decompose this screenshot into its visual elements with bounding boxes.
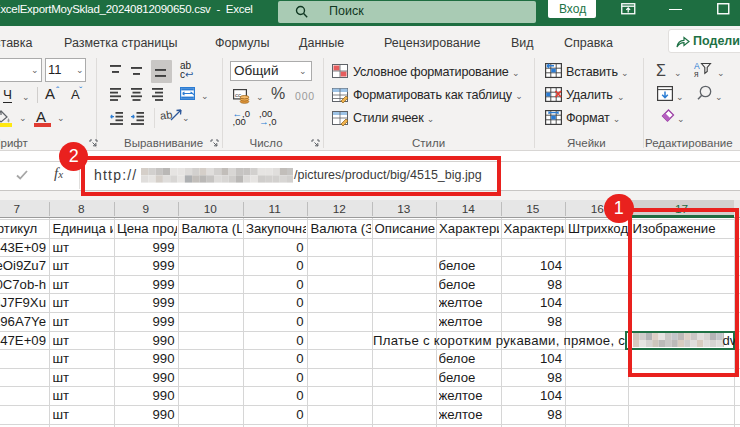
svg-text:я: я [694,69,699,78]
